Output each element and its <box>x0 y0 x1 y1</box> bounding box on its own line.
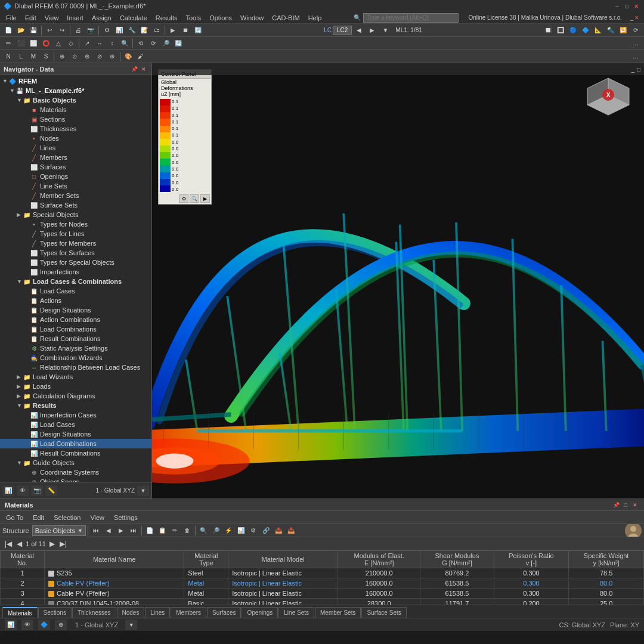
status-coord-dropdown[interactable]: ▼ <box>125 620 137 630</box>
tab-surfaces[interactable]: Surfaces <box>207 607 241 618</box>
viewport[interactable]: Control Panel Global Deformations uZ [mm… <box>152 63 644 499</box>
t2-btn-3[interactable]: ⬜ <box>27 38 39 49</box>
t2-btn-9[interactable]: ↕ <box>106 38 118 49</box>
tree-item-openings[interactable]: □ Openings <box>0 172 151 181</box>
view-btn-1[interactable]: 🔲 <box>542 25 554 36</box>
tree-item-res-resultcomb[interactable]: 📊 Result Combinations <box>0 448 151 458</box>
tab-thicknesses[interactable]: Thicknesses <box>72 607 116 618</box>
t3-btn-11[interactable]: 🖌 <box>135 51 147 62</box>
mat-icon-1[interactable]: ⏮ <box>90 525 102 536</box>
nav-next[interactable]: ▶ <box>48 540 56 548</box>
orientation-cube[interactable]: X <box>584 75 632 123</box>
tree-item-surfaces[interactable]: ⬜ Surfaces <box>0 162 151 172</box>
tb-btn-a[interactable]: ⚙ <box>101 25 113 36</box>
menu-tools[interactable]: Tools <box>182 14 205 22</box>
t2-btn-11[interactable]: ⟲ <box>135 38 147 49</box>
lc-prev[interactable]: ◀ <box>353 25 365 36</box>
cp-settings-btn[interactable]: ⚙ <box>179 194 188 203</box>
lc-menu[interactable]: ▼ <box>379 25 391 36</box>
tree-item-res-loadcomb[interactable]: 📊 Load Combinations <box>0 439 151 448</box>
mat-close-btn[interactable]: ✕ <box>631 501 639 509</box>
tree-item-designsit[interactable]: 📋 Design Situations <box>0 305 151 315</box>
mat-icon-7[interactable]: ✏ <box>169 525 181 536</box>
nav-cam-btn[interactable]: 📷 <box>31 485 43 496</box>
tree-item-typesmembers[interactable]: ╱ Types for Members <box>0 239 151 248</box>
menu-results[interactable]: Results <box>152 14 181 22</box>
screenshot-btn[interactable]: 📷 <box>85 25 97 36</box>
t2-btn-5[interactable]: △ <box>52 38 64 49</box>
menu-options[interactable]: Options <box>206 14 236 22</box>
view-btn-2[interactable]: 🔳 <box>555 25 566 36</box>
view-btn-4[interactable]: 🔷 <box>580 25 592 36</box>
tab-linesets[interactable]: Line Sets <box>278 607 314 618</box>
tree-item-res-loadcases[interactable]: 📊 Load Cases <box>0 420 151 429</box>
tb-btn-f[interactable]: ▶ <box>167 25 179 36</box>
view-btn-3[interactable]: 🔵 <box>567 25 579 36</box>
panel-minimize[interactable]: _ <box>630 15 633 21</box>
lc-next[interactable]: ▶ <box>366 25 378 36</box>
tree-item-loads[interactable]: ▶ 📁 Loads <box>0 382 151 391</box>
redo-btn[interactable]: ↪ <box>56 25 68 36</box>
vp-min-btn[interactable]: _ <box>631 66 634 73</box>
menu-help[interactable]: Help <box>305 14 326 22</box>
tree-item-imperfections[interactable]: ⬜ Imperfections <box>0 267 151 277</box>
t3-btn-9[interactable]: ⊛ <box>106 51 118 62</box>
tree-item-thicknesses[interactable]: ⬜ Thicknesses <box>0 124 151 134</box>
t2-btn-8[interactable]: ↔ <box>94 38 106 49</box>
t3-btn-10[interactable]: 🎨 <box>122 51 134 62</box>
table-row[interactable]: 4 C30/37 DIN 1045-1:2008-08 Basic Isotro… <box>1 599 644 605</box>
menu-insert[interactable]: Insert <box>63 14 87 22</box>
t2-btn-7[interactable]: ↗ <box>81 38 93 49</box>
menu-window[interactable]: Window <box>237 14 267 22</box>
mat-icon-14[interactable]: 🔗 <box>260 525 272 536</box>
tree-item-special[interactable]: ▶ 📁 Special Objects <box>0 210 151 219</box>
tree-item-guide[interactable]: ▼ 📁 Guide Objects <box>0 458 151 467</box>
status-icon-1[interactable]: 📊 <box>5 620 17 630</box>
tree-item-sections[interactable]: ▣ Sections <box>0 114 151 124</box>
tree-item-coordsys[interactable]: ⊕ Coordinate Systems <box>0 467 151 477</box>
status-icon-3[interactable]: 🔷 <box>38 620 50 630</box>
t2-btn-14[interactable]: 🔄 <box>172 38 184 49</box>
tree-item-staticsettings[interactable]: ⚙ Static Analysis Settings <box>0 343 151 353</box>
menu-view[interactable]: View <box>41 14 63 22</box>
tb-btn-d[interactable]: 📝 <box>138 25 150 36</box>
tree-item-lines[interactable]: ╱ Lines <box>0 143 151 153</box>
tree-item-typesspecial[interactable]: ⬜ Types for Special Objects <box>0 258 151 267</box>
mat-icon-6[interactable]: 📋 <box>156 525 168 536</box>
mat-menu-edit[interactable]: Edit <box>30 514 47 521</box>
t3-btn-1[interactable]: N <box>2 51 14 62</box>
mat-icon-3[interactable]: ▶ <box>115 525 127 536</box>
menu-edit[interactable]: Edit <box>21 14 40 22</box>
close-button[interactable]: ✕ <box>632 2 640 10</box>
tree-item-relationship[interactable]: ↔ Relationship Between Load Cases <box>0 363 151 372</box>
t2-btn-2[interactable]: ⬛ <box>15 38 27 49</box>
mat-max-btn[interactable]: □ <box>621 501 630 509</box>
t3-btn-2[interactable]: L <box>15 51 27 62</box>
t3-btn-5[interactable]: ⊕ <box>56 51 68 62</box>
nav-view-btn[interactable]: 👁 <box>17 485 29 496</box>
nav-pin-btn[interactable]: 📌 <box>130 65 138 73</box>
search-input[interactable] <box>363 13 459 23</box>
t3-btn-7[interactable]: ⊗ <box>81 51 93 62</box>
tree-item-nodes[interactable]: • Nodes <box>0 134 151 143</box>
tree-item-resultcomb[interactable]: 📋 Result Combinations <box>0 334 151 343</box>
tree-item-actions[interactable]: 📋 Actions <box>0 296 151 305</box>
mat-icon-5[interactable]: 📄 <box>144 525 156 536</box>
open-btn[interactable]: 📂 <box>15 25 27 36</box>
t2-btn-more[interactable]: … <box>630 38 642 49</box>
tree-item-project[interactable]: ▼ 💾 ML_-_Example.rf6* <box>0 86 151 95</box>
view-btn-7[interactable]: 🔁 <box>617 25 629 36</box>
tb-btn-g[interactable]: ⏹ <box>179 25 191 36</box>
navigator-buttons[interactable]: 📌 ✕ <box>130 65 148 73</box>
vp-max-btn[interactable]: □ <box>637 66 640 73</box>
lc-badge[interactable]: LC2 <box>333 26 352 35</box>
tb-btn-b[interactable]: 📊 <box>113 25 125 36</box>
nav-ruler-btn[interactable]: 📏 <box>45 485 57 496</box>
print-btn[interactable]: 🖨 <box>72 25 84 36</box>
tree-item-loadwizards[interactable]: ▶ 📁 Load Wizards <box>0 372 151 382</box>
view-btn-6[interactable]: 🔦 <box>605 25 617 36</box>
mat-pin-btn[interactable]: 📌 <box>612 501 620 509</box>
coord-btn[interactable]: ▼ <box>137 485 149 496</box>
minimize-button[interactable]: – <box>613 2 621 10</box>
mat-icon-4[interactable]: ⏭ <box>128 525 140 536</box>
